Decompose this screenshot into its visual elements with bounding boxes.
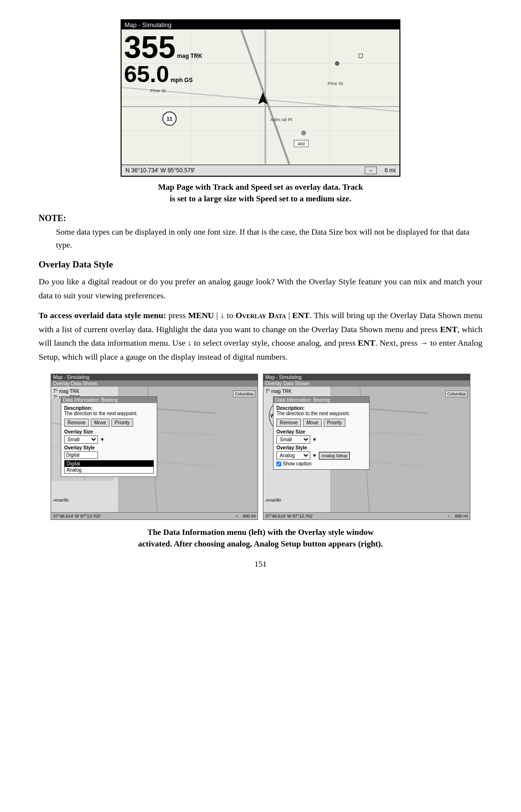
right-buttons: Remove Move Priority [276,419,366,427]
right-panel-title: Data Information: Bearing [274,397,369,403]
show-caption-checkbox[interactable] [276,462,281,466]
bottom-caption-line2: activated. After choosing analog, Analog… [138,539,383,548]
right-scale: 600 mi [455,514,468,518]
left-size-row: Small ▼ [64,435,154,444]
left-titlebar: Map - Simulating [51,374,258,380]
svg-text:400: 400 [298,141,305,146]
right-columbia-label: Columbia [445,391,467,397]
top-map-statusbar: N 36°10.734' W 95°50.579' ↔ 6 mi [122,165,399,176]
right-style-row: Analog ▼ Analog Setup [276,451,366,460]
right-map-body: 7° mag TRK N S W E [263,387,470,512]
right-screenshot: Map - Simulating Overlay Data Shown 7° m… [263,374,470,520]
caption-line1: Map Page with Track and Speed set as ove… [158,182,363,192]
left-move-btn[interactable]: Move [91,419,109,427]
left-screenshot: Map - Simulating Overlay Data Shown 7° m… [51,374,258,520]
left-style-digital[interactable]: Digital [65,452,97,458]
right-trk-line: 7° mag TRK [265,389,329,394]
caption-line2: is set to a large size with Speed set to… [170,194,351,203]
overlay-para2: To access overlaid data style menu: pres… [39,308,482,364]
overlay-section: Overlay Data Style Do you like a digital… [39,259,482,364]
left-columbia-label: Columbia [233,391,255,397]
right-move-btn[interactable]: Move [303,419,321,427]
top-map-caption: Map Page with Track and Speed set as ove… [158,182,363,205]
right-coords: 37°46.614' W 97°13.702' [265,514,313,518]
track-display: 355 mag TRK 65.0 mph GS [124,32,202,86]
left-map-body: 7° mag TRK 7° mag BRG Amarillo Data Info… [51,387,258,512]
overlay-heading: Overlay Data Style [39,259,482,270]
track-number: 355 [124,32,176,63]
note-label: NOTE: [39,213,482,224]
map-scale: 6 mi [384,167,396,174]
left-size-arrow: ▼ [100,437,105,442]
overlay-para1: Do you like a digital readout or do you … [39,275,482,303]
right-overlay-bar: Overlay Data Shown [263,380,470,387]
page-number: 151 [39,560,482,569]
right-size-row: Small ▼ [276,435,366,444]
left-arrows: ↔ [234,514,239,518]
bottom-caption: The Data Information menu (left) with th… [39,527,482,550]
left-priority-btn[interactable]: Priority [111,419,133,427]
left-overlay-panel: Data Information: Bearing Description: T… [61,396,157,477]
svg-text:Pine St: Pine St [151,88,166,93]
left-size-select[interactable]: Small [64,435,98,444]
left-scale: 600 mi [243,514,256,518]
right-arrows: ↔ [447,514,451,518]
left-style-label: Overlay Style [64,445,154,450]
left-size-label: Overlay Size [64,429,154,434]
right-desc-label: Description: [276,406,366,411]
right-desc-section: Description: The direction to the next w… [276,406,366,416]
svg-point-17 [335,62,339,66]
right-style-select[interactable]: Analog [276,451,310,460]
left-desc-section: Description: The direction to the next w… [64,406,154,416]
right-style-arrow: ▼ [312,453,317,458]
right-show-caption-row: Show caption [276,461,366,466]
right-size-arrow: ▼ [312,437,317,442]
bottom-caption-line1: The Data Information menu (left) with th… [148,528,374,537]
right-overlay-panel: Data Information: Bearing Description: T… [273,396,370,470]
right-place: Amarillo [265,498,281,503]
right-size-select[interactable]: Small [276,435,310,444]
left-desc-text: The direction to the next waypoint. [64,411,154,416]
note-section: NOTE: Some data types can be displayed i… [39,213,482,252]
top-map-container: Map - Simulating [39,19,482,205]
right-remove-btn[interactable]: Remove [276,419,301,427]
right-size-label: Overlay Size [276,429,366,434]
left-style-row: Digital [64,451,154,459]
right-style-label: Overlay Style [276,445,366,450]
left-dropdown-analog[interactable]: Analog [65,467,153,473]
svg-point-19 [301,131,306,136]
svg-text:Adm ral Pl: Adm ral Pl [270,117,292,122]
left-buttons: Remove Move Priority [64,419,154,427]
left-coords: 37°46.614' W 97°13.702' [53,514,101,518]
track-label: mag TRK [177,53,203,59]
right-desc-text: The direction to the next waypoint. [276,411,366,416]
screenshots-row: Map - Simulating Overlay Data Shown 7° m… [39,374,482,520]
speed-number: 65.0 [124,63,169,86]
note-text: Some data types can be displayed in only… [56,225,482,252]
left-remove-btn[interactable]: Remove [64,419,89,427]
right-titlebar: Map - Simulating [263,374,470,380]
left-trk-line: 7° mag TRK [53,389,116,394]
speed-label: mph GS [170,77,192,84]
right-priority-btn[interactable]: Priority [324,419,345,427]
map-arrows: ↔ [365,167,377,174]
para2-prefix: To access overlaid data style menu: [39,310,166,320]
left-panel-title: Data Information: Bearing [61,397,157,403]
svg-text:Pine St: Pine St [328,81,343,86]
left-overlay-bar: Overlay Data Shown [51,380,258,387]
top-map-frame: Map - Simulating [121,19,400,177]
svg-text:11: 11 [166,116,172,122]
right-statusbar: 37°46.614' W 97°13.702' ↔ 600 mi [263,512,470,519]
left-statusbar: 37°46.614' W 97°13.702' ↔ 600 mi [51,512,258,519]
top-map-titlebar: Map - Simulating [122,20,399,29]
left-dropdown-open: Digital Analog [64,460,154,474]
map-coords: N 36°10.734' W 95°50.579' [125,167,195,174]
left-place: Amarillo [53,498,69,503]
left-dropdown-digital[interactable]: Digital [65,461,153,467]
left-desc-label: Description: [64,406,154,411]
top-map-body: Pine St Pine St Adm ral Pl 11 400 [122,29,399,165]
analog-setup-btn[interactable]: Analog Setup [319,452,350,460]
left-style-dropdown[interactable]: Digital [64,451,98,459]
show-caption-label: Show caption [283,461,312,466]
page-content: Map - Simulating [39,19,482,569]
